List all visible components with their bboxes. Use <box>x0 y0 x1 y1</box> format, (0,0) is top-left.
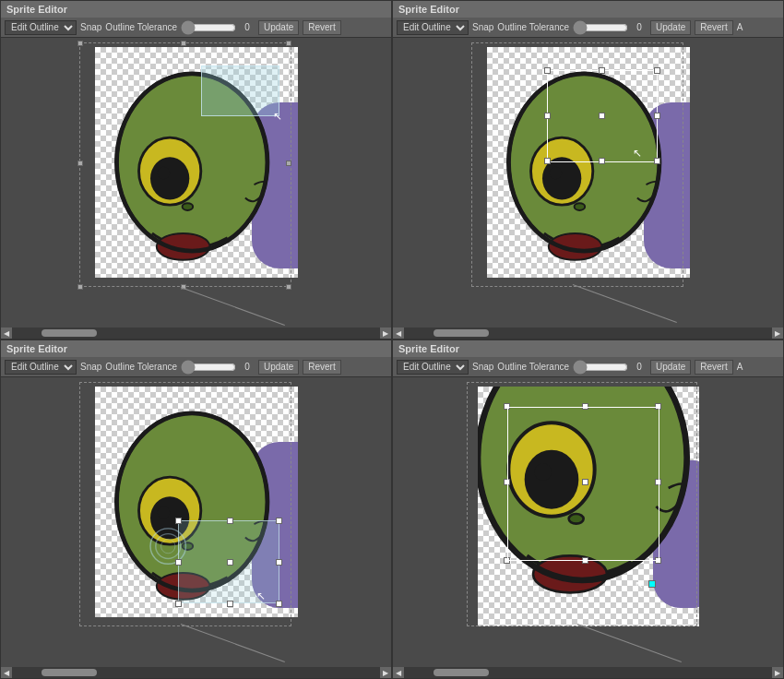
scroll-right-tr[interactable]: ▶ <box>772 328 783 339</box>
scrollbar-thumb-br[interactable] <box>434 669 489 676</box>
bounding-box-tr <box>471 42 683 287</box>
tolerance-value-tl: 0 <box>240 22 255 32</box>
revert-button-bl[interactable]: Revert <box>303 360 340 375</box>
toolbar-tr: Edit Outline Snap Outline Tolerance 0 Up… <box>393 18 783 38</box>
tolerance-label-tl: Outline Tolerance <box>105 22 177 32</box>
scrollbar-thumb-tl[interactable] <box>42 329 97 337</box>
scroll-left-br[interactable]: ◀ <box>393 667 404 678</box>
scrollbar-tl[interactable]: ◀ ▶ <box>1 328 391 339</box>
handle-bl-tl <box>77 284 83 290</box>
handle-ml-tl <box>77 161 83 166</box>
title-bl: Sprite Editor <box>6 343 67 354</box>
update-button-tr[interactable]: Update <box>650 20 691 35</box>
title-bar-tr: Sprite Editor <box>393 1 783 18</box>
snap-label-bl: Snap <box>80 362 101 372</box>
toolbar-br: Edit Outline Snap Outline Tolerance 0 Up… <box>393 357 783 377</box>
panel-top-right: Sprite Editor Edit Outline Snap Outline … <box>392 0 784 340</box>
edit-outline-dropdown-tr[interactable]: Edit Outline <box>397 20 469 35</box>
scrollbar-thumb-tr[interactable] <box>434 329 489 337</box>
update-button-br[interactable]: Update <box>650 360 691 375</box>
scroll-left-tl[interactable]: ◀ <box>1 328 12 339</box>
tolerance-slider-tr[interactable] <box>573 23 628 32</box>
edit-outline-dropdown-tl[interactable]: Edit Outline <box>5 20 77 35</box>
canvas-tl[interactable]: ↖ <box>1 38 391 328</box>
panel-bottom-left: Sprite Editor Edit Outline Snap Outline … <box>0 340 392 679</box>
scroll-right-br[interactable]: ▶ <box>772 667 783 678</box>
title-bar-tl: Sprite Editor <box>1 1 391 18</box>
tolerance-slider-tl[interactable] <box>181 23 236 32</box>
vine-line-tl <box>181 287 285 326</box>
scroll-left-bl[interactable]: ◀ <box>1 667 12 678</box>
vine-line-bl <box>181 624 285 662</box>
scroll-left-tr[interactable]: ◀ <box>393 328 404 339</box>
title-br: Sprite Editor <box>398 343 459 354</box>
tolerance-value-br: 0 <box>632 362 647 372</box>
revert-button-tr[interactable]: Revert <box>695 20 732 35</box>
scroll-right-tl[interactable]: ▶ <box>380 328 391 339</box>
scroll-right-bl[interactable]: ▶ <box>380 667 391 678</box>
handle-tm-tl <box>181 41 186 46</box>
scrollbar-thumb-bl[interactable] <box>42 669 97 676</box>
bounding-box-tl <box>79 42 291 287</box>
tolerance-label-tr: Outline Tolerance <box>497 22 569 32</box>
canvas-bl[interactable]: ↖ <box>1 377 391 667</box>
edit-outline-dropdown-bl[interactable]: Edit Outline <box>5 360 77 375</box>
handle-br-tl <box>286 284 291 290</box>
canvas-br[interactable]: ↖ <box>393 377 783 667</box>
snap-label-tl: Snap <box>80 22 101 32</box>
extra-label-br: A <box>737 362 743 372</box>
title-bar-bl: Sprite Editor <box>1 340 391 357</box>
update-button-tl[interactable]: Update <box>258 20 299 35</box>
vine-line-tr <box>573 284 677 323</box>
snap-label-tr: Snap <box>472 22 493 32</box>
scrollbar-br[interactable]: ◀ ▶ <box>393 667 783 678</box>
panel-bottom-right: Sprite Editor Edit Outline Snap Outline … <box>392 340 784 679</box>
tolerance-label-bl: Outline Tolerance <box>105 362 177 372</box>
handle-tr-tl <box>286 41 291 46</box>
tolerance-slider-bl[interactable] <box>181 363 236 372</box>
vine-line-br <box>577 624 682 662</box>
toolbar-bl: Edit Outline Snap Outline Tolerance 0 Up… <box>1 357 391 377</box>
panel-top-left: Sprite Editor Edit Outline Snap Outline … <box>0 0 392 340</box>
update-button-bl[interactable]: Update <box>258 360 299 375</box>
title-tl: Sprite Editor <box>6 4 67 15</box>
extra-label-tr: A <box>737 22 743 32</box>
edit-outline-dropdown-br[interactable]: Edit Outline <box>397 360 469 375</box>
revert-button-br[interactable]: Revert <box>695 360 732 375</box>
title-bar-br: Sprite Editor <box>393 340 783 357</box>
handle-tl-tl <box>77 41 83 46</box>
canvas-tr[interactable]: ↖ <box>393 38 783 328</box>
bounding-box-br <box>467 382 697 626</box>
revert-button-tl[interactable]: Revert <box>303 20 340 35</box>
toolbar-tl: Edit Outline Snap Outline Tolerance 0 Up… <box>1 18 391 38</box>
tolerance-label-br: Outline Tolerance <box>497 362 569 372</box>
tolerance-value-tr: 0 <box>632 22 647 32</box>
title-tr: Sprite Editor <box>398 4 459 15</box>
tolerance-value-bl: 0 <box>240 362 255 372</box>
snap-label-br: Snap <box>472 362 493 372</box>
handle-mr-tl <box>286 161 291 166</box>
tolerance-slider-br[interactable] <box>573 363 628 372</box>
scrollbar-bl[interactable]: ◀ ▶ <box>1 667 391 678</box>
bounding-box-bl <box>79 382 291 626</box>
scrollbar-tr[interactable]: ◀ ▶ <box>393 328 783 339</box>
